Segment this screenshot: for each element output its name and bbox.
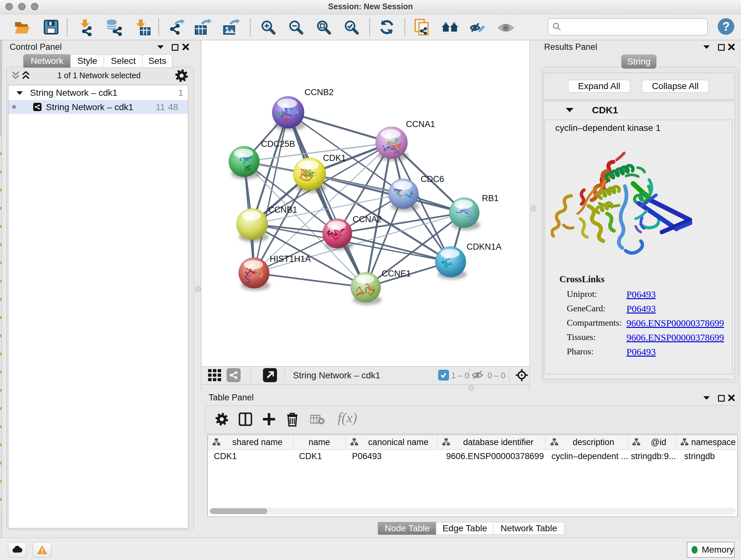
- svg-text:CCNB2: CCNB2: [305, 87, 334, 97]
- svg-text:CCNA2: CCNA2: [353, 214, 382, 224]
- svg-text:CDC25B: CDC25B: [261, 139, 295, 149]
- svg-text:CCNB1: CCNB1: [268, 205, 297, 214]
- svg-text:CCNA1: CCNA1: [406, 119, 435, 129]
- svg-text:CCNE1: CCNE1: [382, 269, 411, 278]
- svg-text:HIST1H1A: HIST1H1A: [270, 254, 311, 264]
- svg-text:CDK1: CDK1: [323, 153, 346, 163]
- svg-text:CDC6: CDC6: [421, 174, 444, 184]
- svg-text:RB1: RB1: [482, 193, 499, 203]
- svg-text:CDKN1A: CDKN1A: [467, 242, 502, 252]
